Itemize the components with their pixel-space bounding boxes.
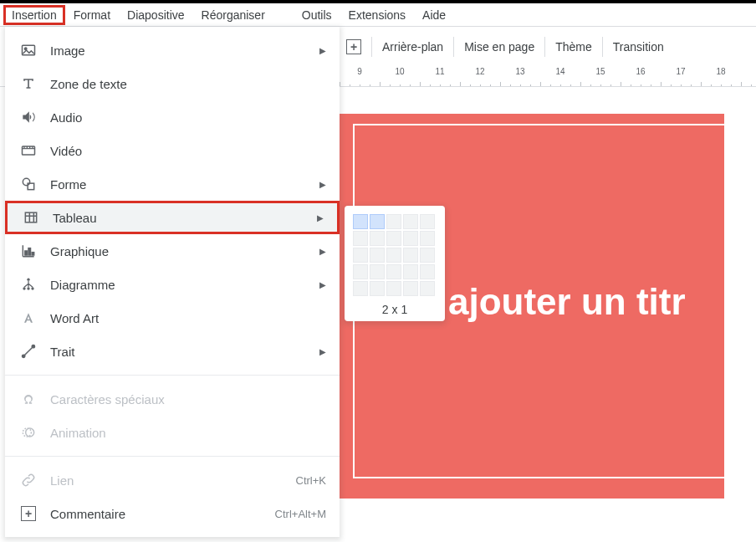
video-icon [18, 142, 38, 159]
svg-point-13 [23, 355, 25, 357]
transition-button[interactable]: Transition [605, 32, 672, 62]
menu-aide[interactable]: Aide [414, 5, 454, 25]
insert-menu-dropdown: Image ▶ Zone de texte Audio Vidéo Forme … [5, 27, 340, 537]
table-picker-cell[interactable] [386, 248, 401, 263]
menu-item-label: Word Art [50, 311, 326, 325]
line-icon [18, 343, 38, 360]
audio-icon [18, 109, 38, 125]
menu-separator [5, 456, 340, 457]
menu-item-label: Lien [50, 473, 296, 488]
omega-icon [18, 391, 38, 407]
table-picker-cell[interactable] [370, 281, 385, 296]
table-picker-cell[interactable] [420, 214, 435, 229]
menu-item-video[interactable]: Vidéo [5, 134, 340, 167]
ruler-mark: 16 [636, 67, 645, 76]
menu-shortcut: Ctrl+Alt+M [275, 508, 326, 520]
menu-item-special-chars: Caractères spéciaux [5, 382, 340, 416]
table-picker-grid[interactable] [353, 214, 437, 296]
table-picker-cell[interactable] [403, 214, 418, 229]
menu-item-wordart[interactable]: Word Art [5, 301, 340, 335]
table-picker-cell[interactable] [370, 231, 385, 246]
table-picker-cell[interactable] [420, 281, 435, 296]
submenu-arrow-icon: ▶ [319, 180, 326, 189]
ruler-mark: 17 [676, 67, 685, 76]
menu-item-comment[interactable]: + Commentaire Ctrl+Alt+M [5, 497, 340, 530]
menu-item-label: Audio [50, 110, 326, 125]
menu-item-label: Graphique [50, 244, 319, 258]
slide-title-placeholder[interactable]: ajouter un titr [448, 281, 686, 323]
menu-outils[interactable]: Outils [294, 5, 340, 25]
menu-diapositive[interactable]: Diapositive [119, 5, 192, 25]
background-button[interactable]: Arrière-plan [374, 32, 452, 62]
table-picker-cell[interactable] [370, 214, 385, 229]
animation-icon [18, 424, 38, 441]
menu-item-image[interactable]: Image ▶ [5, 33, 340, 67]
submenu-arrow-icon: ▶ [319, 46, 326, 55]
theme-button[interactable]: Thème [547, 32, 600, 62]
table-picker-cell[interactable] [386, 281, 401, 296]
menu-item-shape[interactable]: Forme ▶ [5, 167, 340, 201]
table-picker-cell[interactable] [353, 264, 368, 279]
table-picker-label: 2 x 1 [353, 303, 437, 316]
table-picker-cell[interactable] [353, 281, 368, 296]
menu-item-link: Lien Ctrl+K [5, 463, 340, 497]
svg-rect-6 [25, 251, 27, 255]
menu-insertion[interactable]: Insertion [3, 5, 65, 25]
menu-item-table[interactable]: Tableau ▶ [5, 201, 340, 234]
ruler-mark: 9 [357, 67, 362, 76]
menu-extensions[interactable]: Extensions [340, 5, 414, 25]
table-picker-cell[interactable] [386, 214, 401, 229]
menu-reorganiser[interactable]: Réorganiser [193, 5, 273, 25]
link-icon [18, 472, 38, 488]
menu-item-label: Trait [50, 345, 319, 359]
table-picker-cell[interactable] [420, 231, 435, 246]
menu-format[interactable]: Format [65, 5, 119, 25]
submenu-arrow-icon: ▶ [319, 247, 326, 256]
ruler-mark: 15 [595, 67, 605, 76]
svg-point-14 [32, 345, 34, 348]
table-picker-cell[interactable] [420, 264, 435, 279]
menu-item-label: Vidéo [50, 144, 326, 158]
toolbar-separator [453, 37, 454, 57]
table-picker-cell[interactable] [386, 231, 401, 246]
table-picker-cell[interactable] [420, 248, 435, 263]
table-picker-cell[interactable] [370, 248, 385, 263]
table-picker-cell[interactable] [403, 248, 418, 263]
submenu-arrow-icon: ▶ [319, 347, 326, 356]
menu-item-label: Tableau [53, 211, 317, 225]
menu-item-label: Caractères spéciaux [50, 392, 326, 406]
menu-item-line[interactable]: Trait ▶ [5, 335, 340, 368]
submenu-arrow-icon: ▶ [319, 280, 326, 289]
menu-shortcut: Ctrl+K [296, 474, 326, 487]
svg-rect-5 [25, 212, 36, 222]
menu-item-textbox[interactable]: Zone de texte [5, 67, 340, 100]
wordart-icon [18, 309, 38, 326]
svg-point-10 [23, 287, 25, 289]
table-picker-cell[interactable] [403, 281, 418, 296]
svg-point-12 [31, 287, 33, 289]
menu-item-chart[interactable]: Graphique ▶ [5, 234, 340, 268]
table-picker-cell[interactable] [403, 231, 418, 246]
layout-button[interactable]: Mise en page [456, 32, 543, 62]
ruler-mark: 11 [435, 67, 444, 76]
svg-point-11 [27, 287, 29, 289]
svg-rect-8 [32, 253, 33, 255]
add-comment-icon[interactable]: + [346, 39, 361, 54]
toolbar-separator [602, 37, 603, 57]
menu-item-diagram[interactable]: Diagramme ▶ [5, 268, 340, 301]
table-size-picker[interactable]: 2 x 1 [345, 206, 445, 321]
menu-item-label: Commentaire [50, 507, 275, 521]
ruler-mark: 12 [475, 67, 484, 76]
table-icon [21, 209, 41, 226]
shape-icon [18, 176, 38, 192]
menu-item-label: Image [50, 43, 319, 58]
menu-item-animation: Animation [5, 416, 340, 449]
table-picker-cell[interactable] [386, 264, 401, 279]
table-picker-cell[interactable] [353, 231, 368, 246]
table-picker-cell[interactable] [353, 214, 368, 229]
table-picker-cell[interactable] [353, 248, 368, 263]
menu-item-audio[interactable]: Audio [5, 100, 340, 134]
comment-icon: + [18, 506, 38, 521]
table-picker-cell[interactable] [370, 264, 385, 279]
table-picker-cell[interactable] [403, 264, 418, 279]
